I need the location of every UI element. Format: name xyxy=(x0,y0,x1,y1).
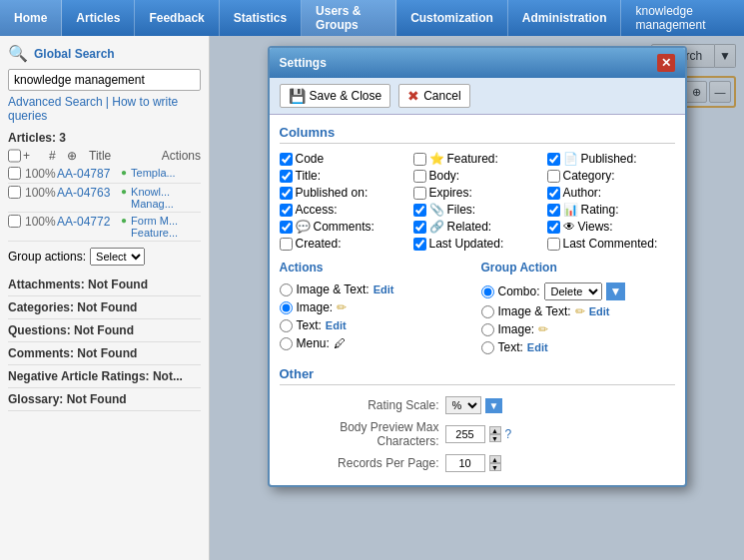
group-actions-select[interactable]: Select xyxy=(90,248,145,266)
col-created-checkbox[interactable] xyxy=(280,238,293,251)
comments-icon: 💬 xyxy=(296,220,311,234)
actions-section: Actions Image & Text: Edit Image: ✏ xyxy=(280,261,473,356)
group-action-image-text-edit[interactable]: Edit xyxy=(589,305,610,317)
published-icon: 📄 xyxy=(563,152,578,166)
select-all-checkbox[interactable] xyxy=(8,149,21,163)
categories-not-found: Categories: Not Found xyxy=(8,296,201,319)
col-files: 📎Files: xyxy=(413,203,541,217)
action-image-text-radio[interactable] xyxy=(280,283,293,296)
negative-ratings-not-found: Negative Article Ratings: Not... xyxy=(8,365,201,388)
nav-statistics[interactable]: Statistics xyxy=(220,0,302,36)
col-category: Category: xyxy=(547,169,675,183)
col-last-updated-checkbox[interactable] xyxy=(413,238,426,251)
group-action-text-radio[interactable] xyxy=(481,341,494,354)
group-action-combo: Combo: Delete ▼ xyxy=(481,280,675,302)
col-published: 📄Published: xyxy=(547,152,675,166)
combo-dropdown-button[interactable]: ▼ xyxy=(606,282,626,300)
col-title: Title: xyxy=(280,169,407,183)
body-preview-up[interactable]: ▲ xyxy=(489,426,501,434)
rating-scale-select[interactable]: % xyxy=(445,396,481,414)
action-text-edit[interactable]: Edit xyxy=(326,319,347,331)
article-checkbox-2[interactable] xyxy=(8,186,21,199)
group-action-image-icon: ✏ xyxy=(538,322,548,336)
col-body-checkbox[interactable] xyxy=(413,170,426,183)
col-files-checkbox[interactable] xyxy=(413,204,426,217)
col-comments-checkbox[interactable] xyxy=(280,221,293,234)
group-action-text: Text: Edit xyxy=(481,338,675,356)
modal-close-button[interactable]: ✕ xyxy=(657,54,675,72)
nav-articles[interactable]: Articles xyxy=(62,0,135,36)
nav-feedback[interactable]: Feedback xyxy=(135,0,219,36)
group-action-text-edit[interactable]: Edit xyxy=(527,341,548,353)
group-action-image-text-radio[interactable] xyxy=(481,305,494,318)
advanced-search-link[interactable]: Advanced Search xyxy=(8,95,103,109)
nav-administration[interactable]: Administration xyxy=(508,0,622,36)
records-per-page-up[interactable]: ▲ xyxy=(489,455,501,463)
col-access: Access: xyxy=(280,203,407,217)
col-code: Code xyxy=(280,152,407,166)
save-close-button[interactable]: 💾 Save & Close xyxy=(280,84,391,108)
col-comments: 💬Comments: xyxy=(280,220,407,234)
col-related-checkbox[interactable] xyxy=(413,221,426,234)
col-published-checkbox[interactable] xyxy=(547,153,560,166)
records-per-page-down[interactable]: ▼ xyxy=(489,463,501,471)
main-content: ? Search ▼ ✏ ⊕ — Settings ✕ 💾 Save & xyxy=(210,36,744,560)
group-action-combo-radio[interactable] xyxy=(481,285,494,298)
other-section: Other Rating Scale: % ▼ Body Previe xyxy=(280,366,675,475)
body-preview-row: Body Preview Max Characters: ▲ ▼ ? xyxy=(280,417,675,451)
views-icon: 👁 xyxy=(563,220,575,234)
body-preview-input[interactable] xyxy=(445,425,485,443)
other-section-header: Other xyxy=(280,366,675,385)
col-last-commented-checkbox[interactable] xyxy=(547,238,560,251)
search-input[interactable] xyxy=(8,69,201,91)
nav-customization[interactable]: Customization xyxy=(396,0,508,36)
col-related: 🔗Related: xyxy=(413,220,541,234)
group-action-combo-select[interactable]: Delete xyxy=(544,282,602,300)
col-author-checkbox[interactable] xyxy=(547,187,560,200)
status-dot-3: ● xyxy=(121,215,127,226)
action-image-radio[interactable] xyxy=(280,301,293,314)
columns-section-header: Columns xyxy=(280,125,675,144)
search-icon: 🔍 xyxy=(8,44,28,63)
col-actions: Actions xyxy=(162,149,201,163)
group-action-image-text-icon: ✏ xyxy=(575,304,585,318)
col-views: 👁Views: xyxy=(547,220,675,234)
nav-knowledge-management: knowledge management xyxy=(621,0,744,36)
col-published-on-checkbox[interactable] xyxy=(280,187,293,200)
articles-count: Articles: 3 xyxy=(8,131,201,145)
col-title-checkbox[interactable] xyxy=(280,170,293,183)
col-rating-checkbox[interactable] xyxy=(547,204,560,217)
action-menu-radio[interactable] xyxy=(280,337,293,350)
files-icon: 📎 xyxy=(429,203,444,217)
records-per-page-row: Records Per Page: ▲ ▼ xyxy=(280,451,675,475)
col-category-checkbox[interactable] xyxy=(547,170,560,183)
col-published-on: Published on: xyxy=(280,186,407,200)
col-rating: 📊Rating: xyxy=(547,203,675,217)
rating-icon: 📊 xyxy=(563,203,578,217)
article-checkbox-1[interactable] xyxy=(8,167,21,180)
group-action-image-radio[interactable] xyxy=(481,323,494,336)
col-featured-checkbox[interactable] xyxy=(413,153,426,166)
actions-group-action-row: Actions Image & Text: Edit Image: ✏ xyxy=(280,261,675,356)
body-preview-down[interactable]: ▼ xyxy=(489,434,501,442)
col-expires: Expires: xyxy=(413,186,541,200)
action-text-radio[interactable] xyxy=(280,319,293,332)
glossary-not-found: Glossary: Not Found xyxy=(8,388,201,411)
related-icon: 🔗 xyxy=(429,220,444,234)
nav-users-groups[interactable]: Users & Groups xyxy=(302,0,396,36)
modal-title: Settings xyxy=(280,56,327,70)
attachments-not-found: Attachments: Not Found xyxy=(8,274,201,296)
col-code-checkbox[interactable] xyxy=(280,153,293,166)
article-checkbox-3[interactable] xyxy=(8,215,21,228)
rating-scale-dropdown[interactable]: ▼ xyxy=(485,398,503,413)
cancel-button[interactable]: ✖ Cancel xyxy=(398,84,469,108)
not-found-list: Attachments: Not Found Categories: Not F… xyxy=(8,274,201,411)
records-per-page-input[interactable] xyxy=(445,454,485,472)
col-access-checkbox[interactable] xyxy=(280,204,293,217)
col-expires-checkbox[interactable] xyxy=(413,187,426,200)
action-image-text: Image & Text: Edit xyxy=(280,280,473,298)
nav-home[interactable]: Home xyxy=(0,0,62,36)
rating-scale-row: Rating Scale: % ▼ xyxy=(280,393,675,417)
action-image-text-edit[interactable]: Edit xyxy=(373,283,394,295)
col-views-checkbox[interactable] xyxy=(547,221,560,234)
